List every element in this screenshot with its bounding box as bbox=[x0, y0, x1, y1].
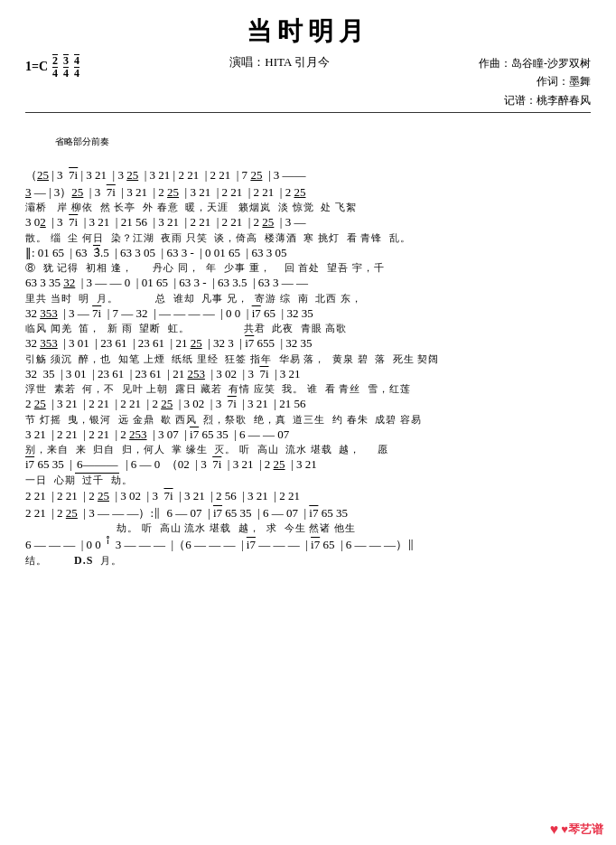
page: 当时明月 1=C 24 34 44 演唱：HITA 引月今 bbox=[0, 0, 616, 845]
lyric-line-9: 节 灯摇 曳，银河 远 金鼎 歇 西风 烈，祭歌 绝，真 道三生 约 春朱 成碧… bbox=[25, 413, 591, 426]
row-2: 3 — | 3）25 | 3 7i | 3 21 | 2 25 | 3 21 |… bbox=[25, 184, 591, 213]
time-sig-3: 44 bbox=[73, 54, 80, 80]
music-line-1: （25 | 3 7i | 3 21 | 3 25 | 3 21 | 2 21 |… bbox=[25, 167, 591, 183]
lyric-line-4: ⑧ 犹 记得 初相 逢， 丹心 同， 年 少事 重， 回 首处 望吾 宇，千 bbox=[25, 261, 591, 274]
time-sig-1: 24 bbox=[51, 54, 59, 80]
row-8: 32 35 | 3 01 | 23 61 | 23 61 | 21 253 | … bbox=[25, 366, 591, 395]
row-prelude: 省略部分前奏 bbox=[25, 117, 591, 166]
key-label: 1=C bbox=[25, 57, 48, 77]
music-line-14: 6 — — — | 0 0 i̊ 3 — — — |（6 — — — | i7 … bbox=[25, 535, 591, 554]
composer: 作曲：岛谷瞳-沙罗双树 bbox=[479, 54, 591, 72]
music-line-11: i7 65 35 | 6——— | 6 — 0 （02 | 3 7i | 3 2… bbox=[25, 456, 591, 474]
logo-heart-icon: ♥ bbox=[550, 822, 559, 838]
logo-text: ♥琴艺谱 bbox=[561, 822, 603, 838]
transcriber: 记谱：桃李醉春风 bbox=[504, 91, 591, 109]
lyric-line-8: 浮世 素若 何，不 见叶 上朝 露日 藏若 有情 应笑 我。 谁 看 青丝 雪，… bbox=[25, 382, 591, 395]
row-11: i7 65 35 | 6——— | 6 — 0 （02 | 3 7i | 3 2… bbox=[25, 456, 591, 486]
lyric-line-3: 散。 缁 尘 何日 染？江湖 夜雨 只笑 谈，倚高 楼薄酒 寒 挑灯 看 青锋 … bbox=[25, 231, 591, 244]
key-time-sig: 1=C 24 34 44 bbox=[25, 54, 80, 80]
prelude-label: 省略部分前奏 bbox=[55, 136, 109, 146]
music-line-6: 32 353 | 3 — 7i | 7 — 32 | — — — — | 0 0… bbox=[25, 305, 591, 322]
music-line-7: 32 353 | 3 01 | 23 61 | 23 61 | 21 25 | … bbox=[25, 335, 591, 352]
row-3: 3 02 | 3 7i | 3 21 | 21 56 | 3 21 | 2 21… bbox=[25, 214, 591, 243]
lyric-line-14: 结。 D.S 月。 bbox=[25, 554, 591, 568]
row-4: ‖: 01 65 | 63 3̂.5 | 63 3 05 | 63 3 - | … bbox=[25, 245, 591, 274]
lyric-line-13: 劫。 听 高山 流水 堪载 越， 求 今生 然诸 他生 bbox=[25, 521, 591, 534]
credits: 作曲：岛谷瞳-沙罗双树 作词：墨舞 记谱：桃李醉春风 bbox=[479, 54, 591, 109]
music-line-12: 2 21 | 2 21 | 2 25 | 3 02 | 3 7i | 3 21 … bbox=[25, 488, 591, 504]
lyric-line-5: 里共 当时 明 月。 总 谁却 凡事 兄， 寄游 综 南 北西 东， bbox=[25, 292, 591, 305]
row-9: 2 25 | 3 21 | 2 21 | 2 21 | 2 25 | 3 02 … bbox=[25, 396, 591, 425]
ds-marker: D.S bbox=[74, 554, 93, 567]
lyricist: 作词：墨舞 bbox=[537, 72, 591, 90]
music-line-3: 3 02 | 3 7i | 3 21 | 21 56 | 3 21 | 2 21… bbox=[25, 214, 591, 230]
meta-row: 1=C 24 34 44 演唱：HITA 引月今 作曲：岛谷瞳-沙罗双树 作词：… bbox=[25, 54, 591, 109]
row-5: 63 3 35 32 | 3 — — 0 | 01 65 | 63 3 - | … bbox=[25, 275, 591, 304]
row-13: 2 21 | 2 25 | 3 — — —）:‖ 6 — 07 | i7 65 … bbox=[25, 505, 591, 534]
lyric-line-6: 临风 闻羌 笛， 新 雨 望断 虹。 共君 此夜 青眼 高歌 bbox=[25, 322, 591, 334]
lyric-line-2: 灞桥 岸 柳依 然 长亭 外 春意 暖，天涯 籁烟岚 淡 惊觉 处 飞絮 bbox=[25, 201, 591, 213]
music-line-10: 3 21 | 2 21 | 2 21 | 2 253 | 3 07 | i7 6… bbox=[25, 427, 591, 443]
performers: 演唱：HITA 引月今 bbox=[80, 54, 479, 70]
row-10: 3 21 | 2 21 | 2 21 | 2 253 | 3 07 | i7 6… bbox=[25, 427, 591, 455]
music-line-8: 32 35 | 3 01 | 23 61 | 23 61 | 21 253 | … bbox=[25, 366, 591, 382]
music-line-13: 2 21 | 2 25 | 3 — — —）:‖ 6 — 07 | i7 65 … bbox=[25, 505, 591, 521]
lyric-line-11: 一日 心期 过千 劫。 bbox=[25, 474, 591, 486]
row-1: （25 | 3 7i | 3 21 | 3 25 | 3 21 | 2 21 |… bbox=[25, 167, 591, 183]
time-sig-2: 34 bbox=[62, 54, 70, 80]
row-12: 2 21 | 2 21 | 2 25 | 3 02 | 3 7i | 3 21 … bbox=[25, 488, 591, 504]
row-14: 6 — — — | 0 0 i̊ 3 — — — |（6 — — — | i7 … bbox=[25, 535, 591, 568]
notation-section: 省略部分前奏 （25 | 3 7i | 3 21 | 3 25 | 3 21 |… bbox=[25, 117, 591, 568]
music-line-5: 63 3 35 32 | 3 — — 0 | 01 65 | 63 3 - | … bbox=[25, 275, 591, 291]
music-line-prelude: 省略部分前奏 bbox=[25, 117, 591, 166]
row-6: 32 353 | 3 — 7i | 7 — 32 | — — — — | 0 0… bbox=[25, 305, 591, 334]
music-line-4: ‖: 01 65 | 63 3̂.5 | 63 3 05 | 63 3 - | … bbox=[25, 245, 591, 261]
bottom-logo: ♥ ♥琴艺谱 bbox=[550, 822, 603, 838]
row-7: 32 353 | 3 01 | 23 61 | 23 61 | 21 25 | … bbox=[25, 335, 591, 364]
top-divider bbox=[25, 112, 591, 113]
song-title: 当时明月 bbox=[25, 14, 591, 49]
key-signature: 1=C 24 34 44 bbox=[25, 54, 80, 80]
music-line-9: 2 25 | 3 21 | 2 21 | 2 21 | 2 25 | 3 02 … bbox=[25, 396, 591, 412]
lyric-line-10: 别，来自 来 归自 归，何人 掌 缘生 灭。 听 高山 流水 堪载 越， 愿 bbox=[25, 443, 591, 455]
music-line-2: 3 — | 3）25 | 3 7i | 3 21 | 2 25 | 3 21 |… bbox=[25, 184, 591, 201]
lyric-line-7: 引觞 须沉 醉，也 知笔 上煙 纸纸 里经 狂签 指年 华易 落， 黄泉 碧 落… bbox=[25, 352, 591, 365]
